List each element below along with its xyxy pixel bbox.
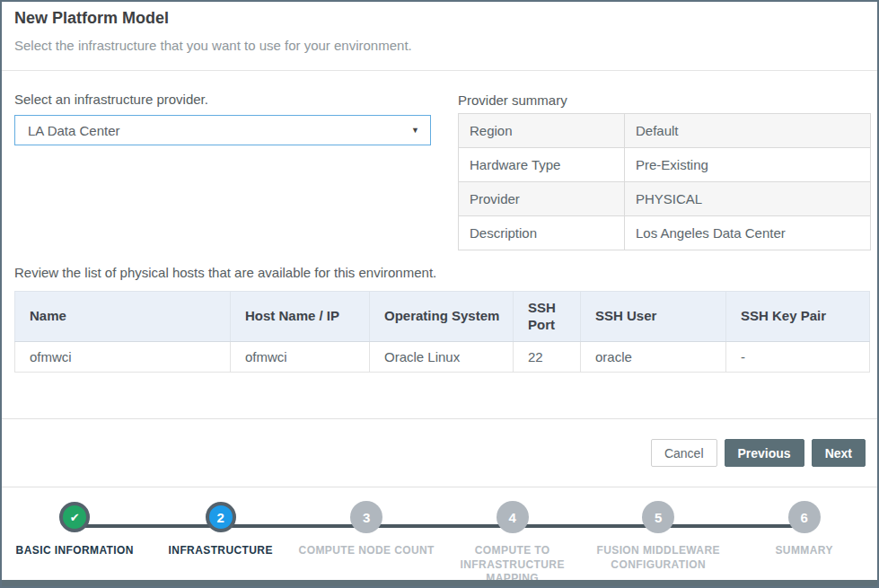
summary-value: PHYSICAL — [625, 182, 870, 215]
step-label: BASIC INFORMATION — [4, 544, 145, 558]
step-circle-upcoming: 4 — [497, 501, 529, 533]
column-header-ssh-key-pair: SSH Key Pair — [726, 292, 870, 342]
summary-label: Provider — [459, 182, 625, 215]
summary-row-description: Description Los Angeles Data Center — [459, 216, 870, 250]
stepper-step-compute-to-infrastructure-mapping[interactable]: 4 COMPUTE TO INFRASTRUCTURE MAPPING — [439, 496, 585, 586]
summary-row-provider: Provider PHYSICAL — [459, 182, 870, 216]
check-icon: ✔ — [70, 511, 80, 524]
action-button-row: Cancel Previous Next — [651, 439, 866, 467]
summary-value: Default — [625, 114, 870, 147]
new-platform-model-wizard: New Platform Model Select the infrastruc… — [0, 0, 879, 588]
step-label: SUMMARY — [734, 544, 875, 558]
host-ssh-user-cell: oracle — [581, 342, 726, 373]
physical-hosts-table: Name Host Name / IP Operating System SSH… — [14, 291, 870, 373]
header-divider — [2, 70, 877, 71]
actions-divider — [2, 418, 877, 419]
summary-row-region: Region Default — [459, 114, 870, 148]
step-number: 2 — [217, 510, 224, 525]
summary-value: Pre-Existing — [625, 148, 870, 181]
summary-label: Region — [459, 114, 625, 147]
step-label: FUSION MIDDLEWARE CONFIGURATION — [587, 544, 729, 572]
summary-label: Description — [459, 216, 625, 250]
host-name-cell: ofmwci — [15, 342, 231, 373]
bottom-frame-bar — [2, 580, 877, 586]
column-header-ssh-port: SSH Port — [514, 292, 581, 342]
page-title: New Platform Model — [14, 9, 169, 28]
cancel-button[interactable]: Cancel — [651, 439, 717, 467]
summary-row-hardware-type: Hardware Type Pre-Existing — [459, 148, 870, 182]
step-label: INFRASTRUCTURE — [150, 544, 292, 558]
step-label: COMPUTE NODE COUNT — [295, 544, 437, 558]
dropdown-arrow-icon: ▼ — [411, 126, 419, 135]
provider-summary-title: Provider summary — [458, 92, 567, 108]
stepper-step-compute-node-count[interactable]: 3 COMPUTE NODE COUNT — [294, 496, 439, 586]
hosts-header-row: Name Host Name / IP Operating System SSH… — [15, 292, 870, 342]
step-number: 6 — [800, 510, 807, 525]
step-circle-completed: ✔ — [59, 502, 90, 532]
step-number: 5 — [655, 510, 662, 525]
step-circle-active: 2 — [206, 502, 236, 532]
page-subtitle: Select the infrastructure that you want … — [14, 38, 412, 53]
infrastructure-provider-select[interactable]: LA Data Center ▼ — [14, 115, 431, 145]
stepper-step-summary[interactable]: 6 SUMMARY — [731, 496, 876, 586]
summary-label: Hardware Type — [459, 148, 625, 181]
column-header-host-name-ip: Host Name / IP — [231, 292, 370, 342]
host-ssh-key-pair-cell: - — [726, 342, 870, 373]
column-header-ssh-user: SSH User — [581, 292, 726, 342]
column-header-name: Name — [15, 292, 231, 342]
step-number: 3 — [363, 510, 370, 525]
summary-value: Los Angeles Data Center — [625, 216, 870, 250]
hosts-description: Review the list of physical hosts that a… — [14, 265, 436, 280]
stepper-step-infrastructure[interactable]: 2 INFRASTRUCTURE — [147, 496, 293, 586]
host-os-cell: Oracle Linux — [370, 342, 514, 373]
step-number: 4 — [509, 510, 516, 525]
host-ssh-port-cell: 22 — [514, 342, 581, 373]
step-circle-upcoming: 3 — [350, 501, 382, 533]
next-button[interactable]: Next — [812, 439, 866, 467]
host-hostname-cell: ofmwci — [231, 342, 370, 373]
provider-summary-table: Region Default Hardware Type Pre-Existin… — [458, 113, 871, 250]
step-circle-upcoming: 6 — [788, 501, 821, 533]
column-header-operating-system: Operating System — [370, 292, 514, 342]
stepper-step-basic-information[interactable]: ✔ BASIC INFORMATION — [2, 496, 147, 586]
stepper-step-fusion-middleware-configuration[interactable]: 5 FUSION MIDDLEWARE CONFIGURATION — [585, 496, 731, 586]
host-table-row: ofmwci ofmwci Oracle Linux 22 oracle - — [15, 342, 870, 373]
infrastructure-provider-label: Select an infrastructure provider. — [14, 92, 208, 107]
infrastructure-provider-selected-value: LA Data Center — [28, 123, 120, 138]
previous-button[interactable]: Previous — [725, 439, 804, 467]
wizard-stepper: ✔ BASIC INFORMATION 2 INFRASTRUCTURE 3 C… — [2, 487, 877, 586]
step-circle-upcoming: 5 — [642, 501, 674, 533]
